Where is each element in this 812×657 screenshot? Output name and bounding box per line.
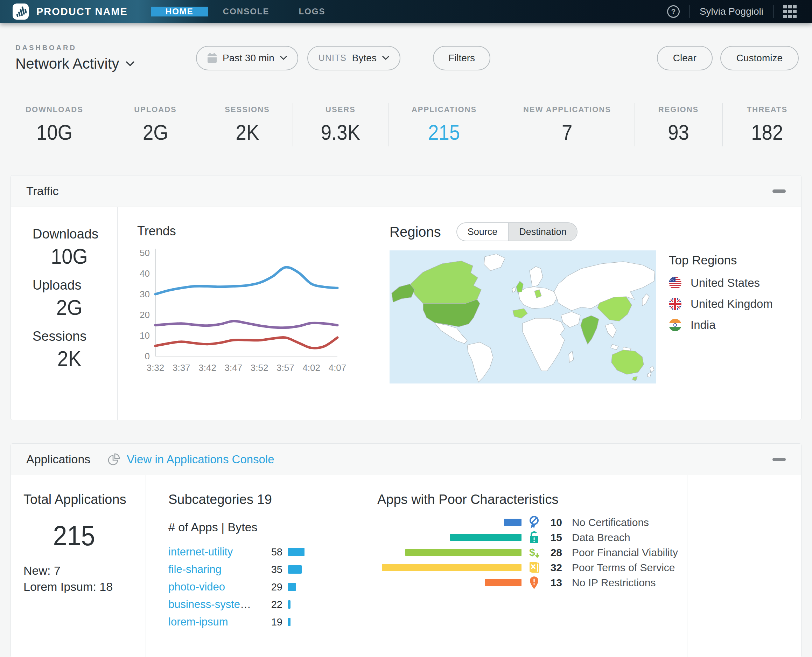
svg-text:40: 40: [140, 268, 150, 279]
time-range-select[interactable]: Past 30 min: [196, 46, 298, 70]
brand-name: PRODUCT NAME: [36, 6, 128, 17]
svg-text:50: 50: [140, 248, 150, 258]
waveform-logo-icon: [15, 6, 26, 17]
kpi-row: DOWNLOADS 10G UPLOADS 2G SESSIONS 2K USE…: [0, 93, 812, 156]
india-flag-icon: [669, 319, 682, 331]
traffic-panel-title: Traffic: [26, 184, 59, 198]
uk-flag-icon: [669, 298, 682, 310]
tab-logs[interactable]: LOGS: [284, 7, 340, 16]
dollar-down-icon: $: [528, 546, 540, 559]
total-applications-title: Total Applications: [23, 492, 146, 507]
table-row: $ 28 Poor Financial Viability: [377, 545, 687, 560]
metric-downloads: Downloads 10G: [33, 227, 106, 269]
table-row: 10 No Certifications: [377, 515, 687, 530]
kpi-users[interactable]: USERS 9.3K: [293, 93, 388, 156]
list-item-india: India: [669, 318, 773, 332]
svg-text:3:52: 3:52: [251, 363, 269, 373]
toggle-source[interactable]: Source: [457, 223, 508, 241]
kpi-sessions[interactable]: SESSIONS 2K: [202, 93, 293, 156]
pie-chart-icon: [107, 453, 120, 466]
table-row: 15 Data Breach: [377, 530, 687, 545]
subcategory-link[interactable]: business-syste…: [168, 598, 262, 611]
poor-bar: [450, 534, 522, 541]
subcategory-link[interactable]: lorem-ipsum: [168, 616, 262, 628]
metric-uploads: Uploads 2G: [33, 278, 106, 320]
metric-sessions: Sessions 2K: [33, 329, 106, 371]
svg-text:30: 30: [140, 289, 150, 299]
subcategories-columns-label: # of Apps | Bytes: [168, 520, 368, 534]
regions-title: Regions: [390, 224, 441, 240]
user-menu[interactable]: Sylvia Poggioli: [700, 6, 763, 17]
product-logo[interactable]: [12, 3, 29, 20]
svg-text:20: 20: [140, 310, 150, 320]
nav-divider: [689, 5, 690, 18]
nav-divider: [773, 5, 773, 18]
subcategory-bar: [288, 600, 290, 609]
kpi-applications[interactable]: APPLICATIONS 215: [388, 93, 500, 156]
empty-column: [687, 475, 801, 657]
svg-text:3:42: 3:42: [199, 363, 216, 373]
list-item-united-kingdom: United Kingdom: [669, 297, 773, 311]
table-row: 13 No IP Restrictions: [377, 575, 687, 590]
svg-text:10: 10: [140, 330, 150, 341]
tab-home[interactable]: HOME: [151, 7, 208, 16]
app-switcher-icon[interactable]: [783, 5, 796, 18]
source-destination-toggle: Source Destination: [456, 223, 578, 241]
toggle-destination[interactable]: Destination: [508, 223, 577, 241]
table-row: 32 Poor Terms of Service: [377, 560, 687, 575]
filters-button[interactable]: Filters: [433, 46, 491, 70]
kpi-regions[interactable]: REGIONS 93: [635, 93, 722, 156]
table-row: internet-utility 58: [168, 543, 368, 561]
header-divider: [416, 39, 416, 78]
poor-bar: [485, 579, 522, 586]
poor-bar: [405, 549, 522, 556]
document-x-icon: [529, 561, 539, 574]
traffic-panel: Traffic Downloads 10G Uploads 2G Session…: [11, 175, 801, 420]
table-row: photo-video 29: [168, 578, 368, 596]
svg-text:0: 0: [145, 351, 150, 361]
help-icon[interactable]: ?: [667, 5, 680, 18]
poor-bar: [382, 564, 522, 571]
total-applications-value: 215: [28, 520, 120, 552]
page-title: Network Activity: [16, 55, 119, 72]
time-range-value: Past 30 min: [223, 53, 275, 64]
calendar-icon: [207, 53, 217, 63]
collapse-applications-button[interactable]: [772, 458, 786, 461]
collapse-traffic-button[interactable]: [772, 190, 786, 193]
subcategory-link[interactable]: file-sharing: [168, 563, 262, 576]
top-regions-title: Top Regions: [669, 253, 773, 267]
certificate-slash-icon: [529, 516, 539, 529]
subcategories-block: Subcategories 19 # of Apps | Bytes inter…: [146, 475, 368, 657]
applications-panel: Applications View in Applications Consol…: [11, 444, 801, 657]
kpi-new-applications[interactable]: NEW APPLICATIONS 7: [500, 93, 635, 156]
customize-button[interactable]: Customize: [720, 46, 799, 70]
subcategories-title: Subcategories 19: [168, 492, 368, 507]
dashboard-title-selector[interactable]: Network Activity: [16, 55, 177, 72]
subcategory-link[interactable]: internet-utility: [168, 546, 262, 558]
subcategory-bar: [288, 583, 296, 591]
kpi-threats[interactable]: THREATS 182: [722, 93, 812, 156]
dashboard-eyebrow: DASHBOARD: [16, 44, 177, 52]
clear-button[interactable]: Clear: [657, 46, 713, 70]
units-select[interactable]: UNITS Bytes: [307, 46, 401, 70]
svg-text:3:57: 3:57: [276, 363, 294, 373]
world-map[interactable]: [390, 251, 656, 383]
poor-characteristics-title: Apps with Poor Characteristics: [377, 492, 687, 507]
kpi-uploads[interactable]: UPLOADS 2G: [109, 93, 202, 156]
applications-console-link[interactable]: View in Applications Console: [107, 453, 274, 466]
tab-console[interactable]: CONSOLE: [208, 7, 284, 16]
svg-text:3:37: 3:37: [172, 363, 190, 373]
kpi-downloads[interactable]: DOWNLOADS 10G: [0, 93, 109, 156]
table-row: lorem-ipsum 19: [168, 613, 368, 631]
top-regions-list: Top Regions: [669, 251, 773, 383]
top-nav: PRODUCT NAME HOME CONSOLE LOGS ? Sylvia …: [0, 0, 812, 23]
pin-alert-icon: [529, 576, 539, 589]
table-row: file-sharing 35: [168, 561, 368, 578]
total-lorem-ipsum: Lorem Ipsum: 18: [23, 579, 146, 595]
chevron-down-icon: [382, 56, 389, 60]
subcategory-link[interactable]: photo-video: [168, 581, 262, 593]
subcategory-bar: [288, 565, 302, 574]
us-flag-icon: [669, 277, 682, 289]
chevron-down-icon: [280, 56, 287, 60]
chevron-down-icon: [126, 61, 134, 67]
